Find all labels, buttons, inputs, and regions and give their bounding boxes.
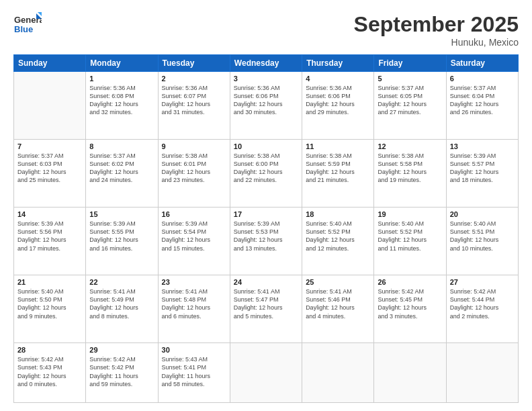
day-cell: 17Sunrise: 5:39 AM Sunset: 5:53 PM Dayli… bbox=[230, 208, 302, 275]
day-cell bbox=[374, 343, 446, 403]
day-header-friday: Friday bbox=[374, 55, 446, 72]
week-row-5: 28Sunrise: 5:42 AM Sunset: 5:43 PM Dayli… bbox=[14, 343, 519, 403]
day-info: Sunrise: 5:40 AM Sunset: 5:52 PM Dayligh… bbox=[378, 220, 442, 253]
day-cell: 13Sunrise: 5:39 AM Sunset: 5:57 PM Dayli… bbox=[446, 140, 518, 208]
day-number: 3 bbox=[234, 75, 298, 83]
day-header-tuesday: Tuesday bbox=[158, 55, 230, 72]
day-cell bbox=[302, 343, 374, 403]
day-info: Sunrise: 5:39 AM Sunset: 5:56 PM Dayligh… bbox=[17, 220, 82, 253]
day-number: 21 bbox=[17, 278, 82, 286]
day-number: 20 bbox=[450, 210, 515, 218]
day-header-saturday: Saturday bbox=[446, 55, 518, 72]
day-info: Sunrise: 5:41 AM Sunset: 5:47 PM Dayligh… bbox=[234, 287, 298, 320]
day-info: Sunrise: 5:38 AM Sunset: 6:00 PM Dayligh… bbox=[234, 152, 298, 185]
day-number: 15 bbox=[89, 210, 154, 218]
day-number: 28 bbox=[17, 346, 82, 354]
day-info: Sunrise: 5:39 AM Sunset: 5:54 PM Dayligh… bbox=[162, 220, 226, 253]
day-number: 29 bbox=[89, 346, 154, 354]
day-info: Sunrise: 5:39 AM Sunset: 5:57 PM Dayligh… bbox=[450, 152, 515, 185]
day-header-thursday: Thursday bbox=[302, 55, 374, 72]
svg-text:Blue: Blue bbox=[14, 24, 33, 34]
day-info: Sunrise: 5:38 AM Sunset: 6:01 PM Dayligh… bbox=[162, 152, 226, 185]
logo-svg: General Blue bbox=[13, 12, 42, 38]
day-info: Sunrise: 5:39 AM Sunset: 5:53 PM Dayligh… bbox=[234, 220, 298, 253]
day-cell bbox=[14, 72, 86, 140]
day-info: Sunrise: 5:39 AM Sunset: 5:55 PM Dayligh… bbox=[89, 220, 154, 253]
day-info: Sunrise: 5:42 AM Sunset: 5:42 PM Dayligh… bbox=[89, 355, 154, 388]
day-cell: 20Sunrise: 5:40 AM Sunset: 5:51 PM Dayli… bbox=[446, 208, 518, 275]
day-number: 16 bbox=[162, 210, 226, 218]
day-cell: 19Sunrise: 5:40 AM Sunset: 5:52 PM Dayli… bbox=[374, 208, 446, 275]
day-cell: 4Sunrise: 5:36 AM Sunset: 6:06 PM Daylig… bbox=[302, 72, 374, 140]
day-cell: 29Sunrise: 5:42 AM Sunset: 5:42 PM Dayli… bbox=[86, 343, 158, 403]
location: Hunuku, Mexico bbox=[354, 37, 519, 48]
day-info: Sunrise: 5:36 AM Sunset: 6:06 PM Dayligh… bbox=[234, 84, 298, 117]
day-number: 14 bbox=[17, 210, 82, 218]
month-title: September 2025 bbox=[354, 12, 519, 37]
header: General Blue September 2025 Hunuku, Mexi… bbox=[13, 12, 519, 48]
day-cell: 22Sunrise: 5:41 AM Sunset: 5:49 PM Dayli… bbox=[86, 275, 158, 343]
day-info: Sunrise: 5:43 AM Sunset: 5:41 PM Dayligh… bbox=[162, 355, 226, 388]
day-cell: 23Sunrise: 5:41 AM Sunset: 5:48 PM Dayli… bbox=[158, 275, 230, 343]
day-number: 19 bbox=[378, 210, 442, 218]
day-info: Sunrise: 5:40 AM Sunset: 5:50 PM Dayligh… bbox=[17, 287, 82, 320]
day-cell: 28Sunrise: 5:42 AM Sunset: 5:43 PM Dayli… bbox=[14, 343, 86, 403]
week-row-1: 1Sunrise: 5:36 AM Sunset: 6:08 PM Daylig… bbox=[14, 72, 519, 140]
day-number: 27 bbox=[450, 278, 515, 286]
day-number: 30 bbox=[162, 346, 226, 354]
day-cell: 1Sunrise: 5:36 AM Sunset: 6:08 PM Daylig… bbox=[86, 72, 158, 140]
day-info: Sunrise: 5:36 AM Sunset: 6:06 PM Dayligh… bbox=[306, 84, 370, 117]
day-info: Sunrise: 5:41 AM Sunset: 5:48 PM Dayligh… bbox=[162, 287, 226, 320]
logo: General Blue bbox=[13, 12, 42, 38]
day-number: 7 bbox=[17, 142, 82, 150]
day-cell: 8Sunrise: 5:37 AM Sunset: 6:02 PM Daylig… bbox=[86, 140, 158, 208]
day-number: 25 bbox=[306, 278, 370, 286]
day-cell: 18Sunrise: 5:40 AM Sunset: 5:52 PM Dayli… bbox=[302, 208, 374, 275]
day-cell: 10Sunrise: 5:38 AM Sunset: 6:00 PM Dayli… bbox=[230, 140, 302, 208]
day-number: 22 bbox=[89, 278, 154, 286]
day-number: 12 bbox=[378, 142, 442, 150]
day-cell: 7Sunrise: 5:37 AM Sunset: 6:03 PM Daylig… bbox=[14, 140, 86, 208]
day-cell: 9Sunrise: 5:38 AM Sunset: 6:01 PM Daylig… bbox=[158, 140, 230, 208]
day-cell: 2Sunrise: 5:36 AM Sunset: 6:07 PM Daylig… bbox=[158, 72, 230, 140]
day-cell: 21Sunrise: 5:40 AM Sunset: 5:50 PM Dayli… bbox=[14, 275, 86, 343]
day-cell: 26Sunrise: 5:42 AM Sunset: 5:45 PM Dayli… bbox=[374, 275, 446, 343]
day-info: Sunrise: 5:42 AM Sunset: 5:43 PM Dayligh… bbox=[17, 355, 82, 388]
day-cell: 16Sunrise: 5:39 AM Sunset: 5:54 PM Dayli… bbox=[158, 208, 230, 275]
week-row-2: 7Sunrise: 5:37 AM Sunset: 6:03 PM Daylig… bbox=[14, 140, 519, 208]
day-number: 23 bbox=[162, 278, 226, 286]
day-cell: 12Sunrise: 5:38 AM Sunset: 5:58 PM Dayli… bbox=[374, 140, 446, 208]
day-info: Sunrise: 5:42 AM Sunset: 5:45 PM Dayligh… bbox=[378, 287, 442, 320]
day-number: 10 bbox=[234, 142, 298, 150]
day-cell: 24Sunrise: 5:41 AM Sunset: 5:47 PM Dayli… bbox=[230, 275, 302, 343]
page: General Blue September 2025 Hunuku, Mexi… bbox=[0, 0, 532, 411]
day-number: 1 bbox=[89, 75, 154, 83]
day-info: Sunrise: 5:37 AM Sunset: 6:04 PM Dayligh… bbox=[450, 84, 515, 117]
day-header-wednesday: Wednesday bbox=[230, 55, 302, 72]
day-info: Sunrise: 5:37 AM Sunset: 6:02 PM Dayligh… bbox=[89, 152, 154, 185]
day-info: Sunrise: 5:40 AM Sunset: 5:51 PM Dayligh… bbox=[450, 220, 515, 253]
day-info: Sunrise: 5:40 AM Sunset: 5:52 PM Dayligh… bbox=[306, 220, 370, 253]
day-cell: 6Sunrise: 5:37 AM Sunset: 6:04 PM Daylig… bbox=[446, 72, 518, 140]
day-number: 8 bbox=[89, 142, 154, 150]
day-info: Sunrise: 5:38 AM Sunset: 5:58 PM Dayligh… bbox=[378, 152, 442, 185]
day-number: 24 bbox=[234, 278, 298, 286]
day-info: Sunrise: 5:36 AM Sunset: 6:07 PM Dayligh… bbox=[162, 84, 226, 117]
day-cell: 3Sunrise: 5:36 AM Sunset: 6:06 PM Daylig… bbox=[230, 72, 302, 140]
day-info: Sunrise: 5:42 AM Sunset: 5:44 PM Dayligh… bbox=[450, 287, 515, 320]
day-cell: 14Sunrise: 5:39 AM Sunset: 5:56 PM Dayli… bbox=[14, 208, 86, 275]
day-number: 18 bbox=[306, 210, 370, 218]
day-cell: 11Sunrise: 5:38 AM Sunset: 5:59 PM Dayli… bbox=[302, 140, 374, 208]
day-info: Sunrise: 5:36 AM Sunset: 6:08 PM Dayligh… bbox=[89, 84, 154, 117]
day-cell: 15Sunrise: 5:39 AM Sunset: 5:55 PM Dayli… bbox=[86, 208, 158, 275]
day-cell: 27Sunrise: 5:42 AM Sunset: 5:44 PM Dayli… bbox=[446, 275, 518, 343]
day-info: Sunrise: 5:37 AM Sunset: 6:03 PM Dayligh… bbox=[17, 152, 82, 185]
day-info: Sunrise: 5:38 AM Sunset: 5:59 PM Dayligh… bbox=[306, 152, 370, 185]
day-number: 2 bbox=[162, 75, 226, 83]
day-info: Sunrise: 5:41 AM Sunset: 5:46 PM Dayligh… bbox=[306, 287, 370, 320]
day-header-sunday: Sunday bbox=[14, 55, 86, 72]
day-number: 13 bbox=[450, 142, 515, 150]
calendar: SundayMondayTuesdayWednesdayThursdayFrid… bbox=[13, 54, 519, 403]
day-cell: 25Sunrise: 5:41 AM Sunset: 5:46 PM Dayli… bbox=[302, 275, 374, 343]
day-number: 5 bbox=[378, 75, 442, 83]
